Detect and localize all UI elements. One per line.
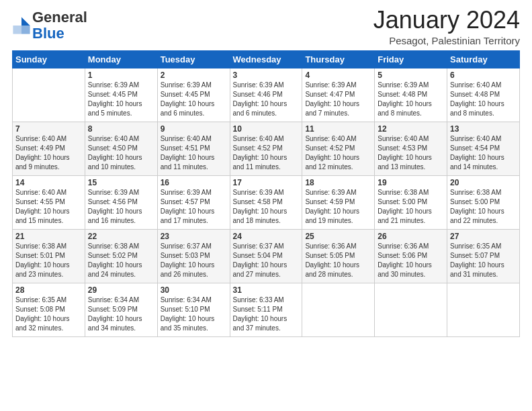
- day-number: 12: [378, 124, 444, 134]
- day-number: 4: [305, 71, 371, 80]
- month-title: January 2024: [373, 7, 520, 34]
- day-number: 28: [15, 285, 82, 295]
- day-info: Sunrise: 6:38 AM Sunset: 5:02 PM Dayligh…: [88, 242, 154, 279]
- day-number: 13: [450, 124, 517, 134]
- day-header-wednesday: Wednesday: [230, 50, 302, 68]
- calendar-cell: 10Sunrise: 6:40 AM Sunset: 4:52 PM Dayli…: [230, 122, 302, 175]
- day-number: 9: [161, 124, 227, 134]
- calendar: SundayMondayTuesdayWednesdayThursdayFrid…: [12, 50, 520, 337]
- day-info: Sunrise: 6:39 AM Sunset: 4:56 PM Dayligh…: [88, 188, 154, 226]
- week-row-5: 28Sunrise: 6:35 AM Sunset: 5:08 PM Dayli…: [13, 283, 520, 336]
- day-header-friday: Friday: [375, 50, 447, 68]
- day-header-saturday: Saturday: [447, 50, 520, 68]
- day-header-tuesday: Tuesday: [157, 50, 230, 68]
- day-info: Sunrise: 6:35 AM Sunset: 5:08 PM Dayligh…: [15, 295, 82, 333]
- calendar-cell: 14Sunrise: 6:40 AM Sunset: 4:55 PM Dayli…: [13, 175, 85, 229]
- calendar-header-row: SundayMondayTuesdayWednesdayThursdayFrid…: [13, 50, 520, 68]
- day-info: Sunrise: 6:38 AM Sunset: 5:00 PM Dayligh…: [378, 188, 444, 226]
- calendar-cell: 25Sunrise: 6:36 AM Sunset: 5:05 PM Dayli…: [302, 229, 375, 283]
- calendar-cell: 7Sunrise: 6:40 AM Sunset: 4:49 PM Daylig…: [13, 122, 85, 175]
- calendar-cell: 2Sunrise: 6:39 AM Sunset: 4:45 PM Daylig…: [157, 68, 230, 122]
- logo: General Blue: [12, 9, 87, 42]
- calendar-cell: 9Sunrise: 6:40 AM Sunset: 4:51 PM Daylig…: [157, 122, 230, 175]
- calendar-cell: [375, 283, 447, 336]
- day-info: Sunrise: 6:37 AM Sunset: 5:03 PM Dayligh…: [161, 242, 227, 279]
- day-info: Sunrise: 6:39 AM Sunset: 4:46 PM Dayligh…: [233, 81, 300, 118]
- day-number: 20: [450, 178, 517, 187]
- day-header-monday: Monday: [85, 50, 157, 68]
- week-row-3: 14Sunrise: 6:40 AM Sunset: 4:55 PM Dayli…: [13, 175, 520, 229]
- header: General Blue January 2024 Pesagot, Pales…: [12, 7, 520, 46]
- day-number: 3: [233, 71, 300, 80]
- day-number: 16: [161, 178, 227, 187]
- day-number: 11: [305, 124, 371, 134]
- calendar-cell: 31Sunrise: 6:33 AM Sunset: 5:11 PM Dayli…: [230, 283, 302, 336]
- calendar-cell: 21Sunrise: 6:38 AM Sunset: 5:01 PM Dayli…: [13, 229, 85, 283]
- day-number: 2: [161, 71, 227, 80]
- day-number: 19: [378, 178, 444, 187]
- day-info: Sunrise: 6:40 AM Sunset: 4:52 PM Dayligh…: [305, 134, 371, 172]
- calendar-cell: 15Sunrise: 6:39 AM Sunset: 4:56 PM Dayli…: [85, 175, 157, 229]
- calendar-cell: 28Sunrise: 6:35 AM Sunset: 5:08 PM Dayli…: [13, 283, 85, 336]
- day-number: 18: [305, 178, 371, 187]
- calendar-cell: 24Sunrise: 6:37 AM Sunset: 5:04 PM Dayli…: [230, 229, 302, 283]
- calendar-cell: 27Sunrise: 6:35 AM Sunset: 5:07 PM Dayli…: [447, 229, 520, 283]
- calendar-cell: 5Sunrise: 6:39 AM Sunset: 4:48 PM Daylig…: [375, 68, 447, 122]
- day-number: 25: [305, 232, 371, 241]
- day-info: Sunrise: 6:34 AM Sunset: 5:09 PM Dayligh…: [88, 295, 154, 333]
- calendar-cell: 3Sunrise: 6:39 AM Sunset: 4:46 PM Daylig…: [230, 68, 302, 122]
- day-number: 14: [15, 178, 82, 187]
- week-row-1: 1Sunrise: 6:39 AM Sunset: 4:45 PM Daylig…: [13, 68, 520, 122]
- calendar-cell: 20Sunrise: 6:38 AM Sunset: 5:00 PM Dayli…: [447, 175, 520, 229]
- day-number: 1: [88, 71, 154, 80]
- day-number: 22: [88, 232, 154, 241]
- day-info: Sunrise: 6:36 AM Sunset: 5:06 PM Dayligh…: [378, 242, 444, 279]
- day-number: 23: [161, 232, 227, 241]
- day-number: 31: [233, 285, 300, 295]
- day-number: 8: [88, 124, 154, 134]
- day-info: Sunrise: 6:40 AM Sunset: 4:53 PM Dayligh…: [378, 134, 444, 172]
- day-info: Sunrise: 6:39 AM Sunset: 4:59 PM Dayligh…: [305, 188, 371, 226]
- day-info: Sunrise: 6:39 AM Sunset: 4:45 PM Dayligh…: [88, 81, 154, 118]
- calendar-cell: 13Sunrise: 6:40 AM Sunset: 4:54 PM Dayli…: [447, 122, 520, 175]
- calendar-cell: 19Sunrise: 6:38 AM Sunset: 5:00 PM Dayli…: [375, 175, 447, 229]
- day-info: Sunrise: 6:37 AM Sunset: 5:04 PM Dayligh…: [233, 242, 300, 279]
- day-info: Sunrise: 6:33 AM Sunset: 5:11 PM Dayligh…: [233, 295, 300, 333]
- logo-icon: [12, 16, 31, 35]
- week-row-2: 7Sunrise: 6:40 AM Sunset: 4:49 PM Daylig…: [13, 122, 520, 175]
- day-info: Sunrise: 6:35 AM Sunset: 5:07 PM Dayligh…: [450, 242, 517, 279]
- calendar-cell: 4Sunrise: 6:39 AM Sunset: 4:47 PM Daylig…: [302, 68, 375, 122]
- calendar-cell: 1Sunrise: 6:39 AM Sunset: 4:45 PM Daylig…: [85, 68, 157, 122]
- day-info: Sunrise: 6:34 AM Sunset: 5:10 PM Dayligh…: [161, 295, 227, 333]
- day-number: 5: [378, 71, 444, 80]
- day-info: Sunrise: 6:38 AM Sunset: 5:01 PM Dayligh…: [15, 242, 82, 279]
- logo-general: General: [32, 9, 87, 26]
- day-info: Sunrise: 6:40 AM Sunset: 4:52 PM Dayligh…: [233, 134, 300, 172]
- calendar-cell: 22Sunrise: 6:38 AM Sunset: 5:02 PM Dayli…: [85, 229, 157, 283]
- calendar-cell: 16Sunrise: 6:39 AM Sunset: 4:57 PM Dayli…: [157, 175, 230, 229]
- day-info: Sunrise: 6:40 AM Sunset: 4:51 PM Dayligh…: [161, 134, 227, 172]
- day-info: Sunrise: 6:36 AM Sunset: 5:05 PM Dayligh…: [305, 242, 371, 279]
- day-number: 26: [378, 232, 444, 241]
- calendar-cell: 18Sunrise: 6:39 AM Sunset: 4:59 PM Dayli…: [302, 175, 375, 229]
- day-header-sunday: Sunday: [13, 50, 85, 68]
- day-info: Sunrise: 6:40 AM Sunset: 4:48 PM Dayligh…: [450, 81, 517, 118]
- calendar-cell: 23Sunrise: 6:37 AM Sunset: 5:03 PM Dayli…: [157, 229, 230, 283]
- calendar-cell: 8Sunrise: 6:40 AM Sunset: 4:50 PM Daylig…: [85, 122, 157, 175]
- day-info: Sunrise: 6:39 AM Sunset: 4:47 PM Dayligh…: [305, 81, 371, 118]
- day-info: Sunrise: 6:39 AM Sunset: 4:48 PM Dayligh…: [378, 81, 444, 118]
- title-block: January 2024 Pesagot, Palestinian Territ…: [373, 7, 520, 46]
- calendar-cell: 12Sunrise: 6:40 AM Sunset: 4:53 PM Dayli…: [375, 122, 447, 175]
- day-info: Sunrise: 6:39 AM Sunset: 4:57 PM Dayligh…: [161, 188, 227, 226]
- calendar-cell: 26Sunrise: 6:36 AM Sunset: 5:06 PM Dayli…: [375, 229, 447, 283]
- day-number: 24: [233, 232, 300, 241]
- day-info: Sunrise: 6:39 AM Sunset: 4:58 PM Dayligh…: [233, 188, 300, 226]
- day-header-thursday: Thursday: [302, 50, 375, 68]
- day-number: 29: [88, 285, 154, 295]
- svg-marker-2: [13, 26, 21, 34]
- subtitle: Pesagot, Palestinian Territory: [373, 35, 520, 46]
- day-info: Sunrise: 6:40 AM Sunset: 4:55 PM Dayligh…: [15, 188, 82, 226]
- calendar-cell: 6Sunrise: 6:40 AM Sunset: 4:48 PM Daylig…: [447, 68, 520, 122]
- day-number: 7: [15, 124, 82, 134]
- day-number: 30: [161, 285, 227, 295]
